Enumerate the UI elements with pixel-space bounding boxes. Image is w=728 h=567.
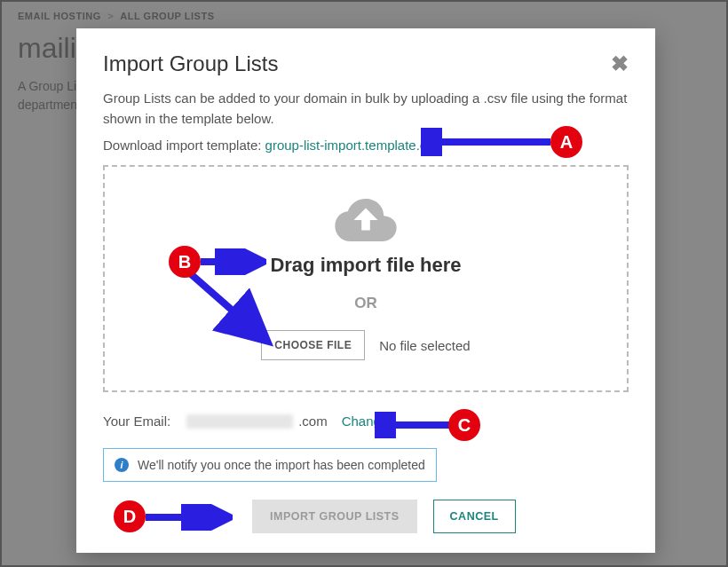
cancel-button[interactable]: CANCEL xyxy=(433,500,516,533)
email-redacted xyxy=(186,414,293,429)
dropzone[interactable]: Drag import file here OR CHOOSE FILE No … xyxy=(103,165,629,392)
download-template-link[interactable]: group-list-import.template.csv xyxy=(265,138,440,153)
import-button[interactable]: IMPORT GROUP LISTS xyxy=(252,500,417,533)
arrow-d xyxy=(144,504,233,531)
marker-c: C xyxy=(448,409,480,441)
marker-d: D xyxy=(114,500,146,532)
arrow-b2 xyxy=(185,268,273,348)
marker-b: B xyxy=(169,246,201,278)
arrow-c xyxy=(375,412,451,438)
action-row: IMPORT GROUP LISTS CANCEL xyxy=(252,500,629,533)
email-label: Your Email: xyxy=(103,413,170,429)
choose-file-button[interactable]: CHOOSE FILE xyxy=(261,330,365,360)
svg-line-5 xyxy=(190,273,263,337)
close-icon[interactable]: ✖ xyxy=(611,51,629,76)
or-text: OR xyxy=(354,295,377,312)
email-domain: .com xyxy=(298,413,328,429)
download-label: Download import template: xyxy=(103,138,265,153)
arrow-a xyxy=(421,128,552,156)
info-icon: i xyxy=(115,458,129,472)
upload-cloud-icon xyxy=(335,197,397,243)
import-modal: Import Group Lists ✖ Group Lists can be … xyxy=(76,28,655,553)
marker-a: A xyxy=(550,126,582,158)
modal-title: Import Group Lists xyxy=(103,51,278,76)
drag-file-text: Drag import file here xyxy=(270,254,461,277)
email-row: Your Email: .com Change xyxy=(103,413,629,429)
no-file-text: No file selected xyxy=(379,338,471,353)
info-text: We'll notify you once the import has bee… xyxy=(138,458,425,472)
modal-description: Group Lists can be added to your domain … xyxy=(103,89,629,129)
info-notification: i We'll notify you once the import has b… xyxy=(103,448,437,482)
